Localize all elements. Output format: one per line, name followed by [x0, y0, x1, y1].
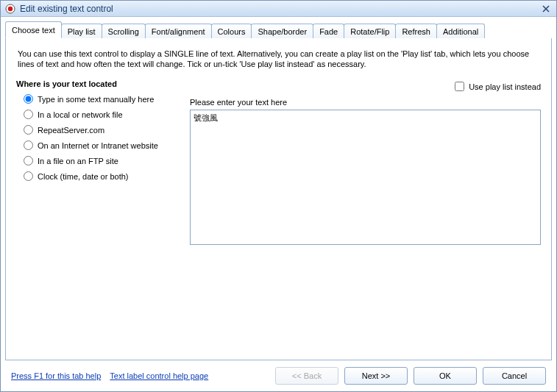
ok-button[interactable]: OK [414, 367, 477, 385]
radio-option-ftp[interactable]: In a file on an FTP site [16, 156, 178, 165]
footer: Press F1 for this tab help Text label co… [1, 360, 556, 391]
tab-rotate-flip[interactable]: Rotate/Flip [344, 24, 396, 39]
right-column: Use play list instead Please enter your … [190, 79, 541, 246]
tab-choose-text[interactable]: Choose text [5, 21, 62, 38]
main-row: Where is your text located Type in some … [16, 79, 541, 246]
back-button: << Back [275, 367, 338, 385]
footer-links: Press F1 for this tab help Text label co… [11, 371, 275, 380]
radio-label: Clock (time, date or both) [38, 172, 129, 181]
tab-additional[interactable]: Additional [436, 24, 485, 39]
tab-refresh[interactable]: Refresh [395, 24, 437, 39]
radio-label: RepeatServer.com [38, 126, 104, 135]
radio-input-repeatserver[interactable] [24, 125, 33, 135]
window-title: Edit existing text control [20, 4, 539, 14]
tab-scrolling[interactable]: Scrolling [102, 24, 146, 39]
tab-font-alignment[interactable]: Font/alignment [145, 24, 212, 39]
use-playlist-checkbox[interactable] [455, 82, 464, 91]
radio-input-manual[interactable] [24, 94, 33, 104]
tab-colours[interactable]: Colours [211, 24, 252, 39]
tab-play-list[interactable]: Play list [61, 24, 102, 39]
footer-buttons: << Back Next >> OK Cancel [275, 367, 546, 385]
help-f1-link[interactable]: Press F1 for this tab help [11, 371, 101, 380]
tab-fade[interactable]: Fade [313, 24, 344, 39]
titlebar: Edit existing text control [1, 1, 556, 17]
radio-label: In a local or network file [38, 110, 123, 119]
radio-label: On an Internet or Intranet website [38, 141, 158, 150]
left-column: Where is your text located Type in some … [16, 79, 178, 187]
radio-option-local-file[interactable]: In a local or network file [16, 110, 178, 119]
use-playlist-row: Use play list instead [190, 79, 541, 93]
radio-label: In a file on an FTP site [38, 157, 118, 165]
radio-option-internet[interactable]: On an Internet or Intranet website [16, 140, 178, 150]
tabstrip: Choose text Play list Scrolling Font/ali… [1, 17, 556, 38]
next-button[interactable]: Next >> [344, 367, 408, 385]
tab-shape-border[interactable]: Shape/border [251, 24, 313, 39]
app-icon [5, 4, 15, 14]
text-input[interactable] [190, 110, 541, 245]
location-heading: Where is your text located [16, 79, 178, 88]
radio-input-local-file[interactable] [24, 110, 33, 119]
close-button[interactable] [539, 3, 553, 15]
tab-content: You can use this text control to display… [5, 38, 552, 360]
radio-option-manual[interactable]: Type in some text manually here [16, 94, 178, 104]
radio-input-internet[interactable] [24, 140, 33, 150]
radio-input-clock[interactable] [24, 171, 33, 181]
cancel-button[interactable]: Cancel [483, 367, 546, 385]
radio-option-clock[interactable]: Clock (time, date or both) [16, 171, 178, 181]
use-playlist-label[interactable]: Use play list instead [469, 82, 541, 91]
dialog-window: Edit existing text control Choose text P… [0, 0, 557, 392]
svg-point-1 [8, 6, 13, 10]
radio-option-repeatserver[interactable]: RepeatServer.com [16, 125, 178, 135]
radio-label: Type in some text manually here [38, 95, 154, 104]
intro-text: You can use this text control to display… [16, 46, 541, 79]
text-field-label: Please enter your text here [190, 98, 541, 107]
help-page-link[interactable]: Text label control help page [110, 371, 208, 380]
radio-input-ftp[interactable] [24, 156, 33, 165]
location-radio-group: Type in some text manually here In a loc… [16, 94, 178, 181]
